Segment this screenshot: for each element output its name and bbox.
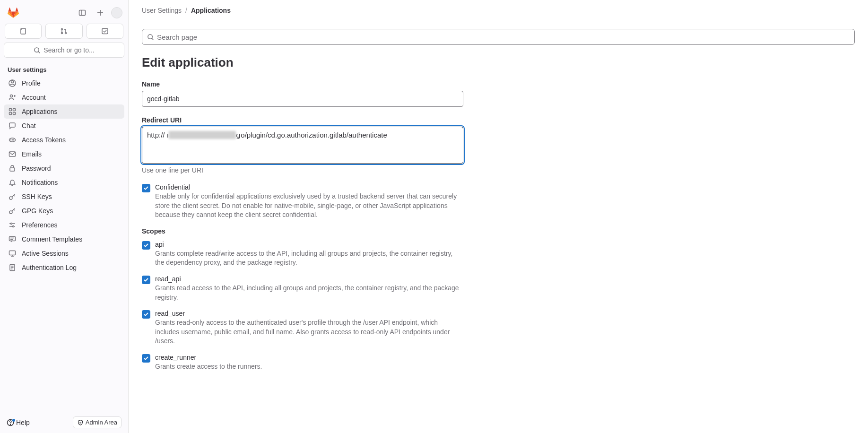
admin-icon xyxy=(77,419,84,426)
sidebar-item-label: GPG Keys xyxy=(22,207,53,215)
scope-row-read_api: read_api Grants read access to the API, … xyxy=(142,275,463,302)
token-icon xyxy=(9,136,16,144)
search-label: Search or go to... xyxy=(43,46,94,54)
svg-point-44 xyxy=(148,34,152,38)
svg-rect-35 xyxy=(9,251,16,255)
sidebar-item-preferences[interactable]: Preferences xyxy=(4,218,124,232)
todos-button[interactable] xyxy=(87,24,123,39)
scope-row-api: api Grants complete read/write access to… xyxy=(142,241,463,268)
sidebar-footer: Help Admin Area xyxy=(4,413,124,429)
issues-button[interactable] xyxy=(5,24,42,39)
svg-line-45 xyxy=(152,38,153,40)
svg-rect-32 xyxy=(9,237,16,241)
help-link[interactable]: Help xyxy=(7,419,30,426)
sidebar-header xyxy=(4,4,124,24)
sidebar-item-ssh-keys[interactable]: SSH Keys xyxy=(4,190,124,204)
sidebar-item-label: Comment Templates xyxy=(22,235,82,243)
plus-icon[interactable] xyxy=(93,6,107,20)
scope-checkbox-api[interactable] xyxy=(142,241,150,250)
scope-row-read_user: read_user Grants read-only access to the… xyxy=(142,310,463,346)
sidebar-item-label: Authentication Log xyxy=(22,264,77,271)
check-icon xyxy=(143,242,149,248)
sidebar-item-comment-templates[interactable]: Comment Templates xyxy=(4,232,124,246)
sidebar-item-label: Emails xyxy=(22,150,42,158)
sidebar-item-notifications[interactable]: Notifications xyxy=(4,175,124,190)
check-icon xyxy=(143,355,149,361)
svg-point-30 xyxy=(11,223,12,225)
svg-rect-17 xyxy=(13,109,16,111)
scope-row-create_runner: create_runner Grants create access to th… xyxy=(142,354,463,372)
bell-icon xyxy=(9,179,16,186)
sidebar-item-label: Preferences xyxy=(22,221,57,229)
scope-description: Grants complete read/write access to the… xyxy=(155,249,463,268)
merge-requests-button[interactable] xyxy=(45,24,82,39)
sidebar-nav-list: ProfileAccountApplicationsChatAccess Tok… xyxy=(4,76,124,413)
scope-label: read_user xyxy=(155,310,463,317)
scope-description: Grants read-only access to the authentic… xyxy=(155,318,463,346)
sidebar-item-applications[interactable]: Applications xyxy=(4,104,124,119)
redirect-uri-input[interactable]: http:// ıxxxxxxxxxxxxxxxxxxxɡo/plugin/cd… xyxy=(142,127,463,164)
sidebar-item-label: Applications xyxy=(22,108,58,115)
svg-rect-4 xyxy=(21,28,26,34)
svg-point-22 xyxy=(12,140,13,140)
redacted-text: xxxxxxxxxxxxxxxxxxx xyxy=(169,131,236,139)
key-icon xyxy=(9,193,16,200)
redirect-uri-label: Redirect URI xyxy=(142,116,463,124)
scope-checkbox-read_api[interactable] xyxy=(142,276,150,284)
applications-icon xyxy=(9,108,16,115)
sidebar-item-label: Profile xyxy=(22,79,41,87)
main-content: User Settings / Applications Edit applic… xyxy=(129,0,868,433)
page-search-input[interactable] xyxy=(157,33,850,41)
sidebar-section-title: User settings xyxy=(4,63,124,76)
admin-area-button[interactable]: Admin Area xyxy=(73,416,122,428)
scope-label: read_api xyxy=(155,275,463,283)
confidential-checkbox[interactable] xyxy=(142,184,150,192)
key-icon xyxy=(9,207,16,215)
sidebar-item-account[interactable]: Account xyxy=(4,90,124,104)
svg-point-5 xyxy=(61,29,63,30)
scope-description: Grants read access to the API, including… xyxy=(155,284,463,302)
scope-description: Grants create access to the runners. xyxy=(155,362,463,372)
notification-dot-icon xyxy=(12,419,15,422)
confidential-description: Enable only for confidential application… xyxy=(155,192,463,220)
scope-label: create_runner xyxy=(155,354,463,361)
gitlab-logo-icon[interactable] xyxy=(8,7,19,18)
scope-checkbox-read_user[interactable] xyxy=(142,310,150,319)
sidebar-item-active-sessions[interactable]: Active Sessions xyxy=(4,246,124,260)
scope-label: api xyxy=(155,241,463,248)
svg-point-21 xyxy=(11,140,11,140)
check-icon xyxy=(143,312,149,317)
sidebar-item-emails[interactable]: Emails xyxy=(4,147,124,161)
name-group: Name xyxy=(142,80,463,107)
name-input[interactable] xyxy=(142,91,463,107)
svg-rect-25 xyxy=(10,168,15,171)
account-icon xyxy=(9,94,16,101)
page-search[interactable] xyxy=(142,29,855,45)
sidebar-item-authentication-log[interactable]: Authentication Log xyxy=(4,260,124,275)
breadcrumb-parent[interactable]: User Settings xyxy=(142,7,182,14)
sidebar-item-label: Active Sessions xyxy=(22,250,69,257)
scope-checkbox-create_runner[interactable] xyxy=(142,354,150,363)
sidebar-item-chat[interactable]: Chat xyxy=(4,119,124,133)
user-avatar[interactable] xyxy=(111,7,122,18)
sidebar-item-profile[interactable]: Profile xyxy=(4,76,124,90)
breadcrumb-separator: / xyxy=(185,7,187,14)
panel-toggle-icon[interactable] xyxy=(75,6,89,20)
svg-point-23 xyxy=(14,140,14,140)
breadcrumb-current: Applications xyxy=(191,7,231,14)
monitor-icon xyxy=(9,250,16,257)
sidebar-item-gpg-keys[interactable]: GPG Keys xyxy=(4,204,124,218)
help-label: Help xyxy=(16,419,30,426)
svg-rect-19 xyxy=(13,113,16,115)
svg-point-31 xyxy=(13,226,14,227)
breadcrumb: User Settings / Applications xyxy=(129,0,868,21)
sidebar-item-label: Notifications xyxy=(22,179,58,186)
search-button[interactable]: Search or go to... xyxy=(4,43,124,58)
sidebar-item-label: Chat xyxy=(22,122,36,130)
mail-icon xyxy=(9,150,16,158)
sidebar-item-password[interactable]: Password xyxy=(4,161,124,175)
sidebar-item-access-tokens[interactable]: Access Tokens xyxy=(4,133,124,147)
sidebar-item-label: SSH Keys xyxy=(22,193,52,200)
comment-icon xyxy=(9,235,16,243)
svg-rect-0 xyxy=(79,10,86,16)
